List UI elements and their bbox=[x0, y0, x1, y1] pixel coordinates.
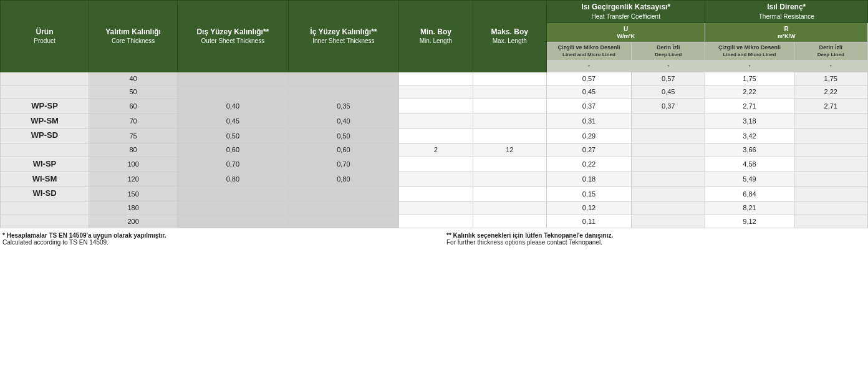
thickness-cell: 120 bbox=[89, 172, 178, 186]
max-length-cell bbox=[473, 157, 546, 172]
u-lined-header: Çizgili ve Mikro Desenli Lined and Micro… bbox=[546, 42, 631, 61]
u-deep-cell bbox=[632, 215, 705, 228]
product-cell: WP-SP bbox=[1, 99, 89, 114]
heat-transfer-header: Isı Geçirgenlik Katsayısı* Heat Transfer… bbox=[546, 1, 705, 23]
r-lined-symbol: - bbox=[705, 61, 794, 72]
table-row: 800,600,602120,273,66 bbox=[1, 143, 868, 157]
u-lined-cell: 0,11 bbox=[546, 215, 631, 228]
max-length-cell bbox=[473, 186, 546, 201]
outer-sheet-cell: 0,45 bbox=[178, 114, 289, 128]
u-deep-cell bbox=[632, 172, 705, 186]
thickness-cell: 70 bbox=[89, 114, 178, 128]
min-length-cell bbox=[399, 215, 473, 228]
product-cell bbox=[1, 143, 89, 157]
u-deep-cell: 0,45 bbox=[632, 85, 705, 99]
min-length-cell bbox=[399, 85, 473, 99]
u-lined-cell: 0,31 bbox=[546, 114, 631, 128]
u-deep-cell: 0,37 bbox=[632, 99, 705, 114]
max-length-cell bbox=[473, 201, 546, 215]
r-deep-cell bbox=[794, 157, 867, 172]
table-row: WI-SD1500,156,84 bbox=[1, 186, 868, 201]
r-lined-cell: 9,12 bbox=[705, 215, 794, 228]
r-deep-symbol: - bbox=[794, 61, 867, 72]
r-lined-cell: 5,49 bbox=[705, 172, 794, 186]
table-row: WP-SP600,400,350,370,372,712,71 bbox=[1, 99, 868, 114]
thickness-cell: 200 bbox=[89, 215, 178, 228]
r-lined-cell: 2,71 bbox=[705, 99, 794, 114]
outer-sheet-cell bbox=[178, 215, 289, 228]
max-length-cell: 12 bbox=[473, 143, 546, 157]
u-lined-cell: 0,37 bbox=[546, 99, 631, 114]
max-length-cell bbox=[473, 85, 546, 99]
max-length-cell bbox=[473, 114, 546, 128]
table-row: WI-SP1000,700,700,224,58 bbox=[1, 157, 868, 172]
u-deep-cell: 0,57 bbox=[632, 72, 705, 85]
u-lined-cell: 0,22 bbox=[546, 157, 631, 172]
table-row: 2000,119,12 bbox=[1, 215, 868, 228]
r-label: R m²K/W bbox=[705, 22, 868, 42]
thickness-cell: 60 bbox=[89, 99, 178, 114]
product-header: Ürün Product bbox=[1, 1, 89, 72]
r-lined-cell: 6,84 bbox=[705, 186, 794, 201]
table-row: WP-SM700,450,400,313,18 bbox=[1, 114, 868, 128]
r-deep-cell bbox=[794, 114, 867, 128]
table-row: 500,450,452,222,22 bbox=[1, 85, 868, 99]
inner-sheet-cell: 0,60 bbox=[288, 143, 399, 157]
u-deep-cell bbox=[632, 128, 705, 143]
thickness-cell: 180 bbox=[89, 201, 178, 215]
u-lined-cell: 0,12 bbox=[546, 201, 631, 215]
outer-sheet-cell bbox=[178, 85, 289, 99]
min-length-header: Min. Boy Min. Length bbox=[399, 1, 473, 72]
inner-sheet-cell: 0,50 bbox=[288, 128, 399, 143]
outer-sheet-cell: 0,80 bbox=[178, 172, 289, 186]
inner-header: İç Yüzey Kalınlığı** Inner Sheet Thickne… bbox=[288, 1, 399, 72]
u-deep-cell bbox=[632, 114, 705, 128]
max-length-cell bbox=[473, 172, 546, 186]
product-cell bbox=[1, 72, 89, 85]
u-label: U W/m²K bbox=[546, 22, 705, 42]
u-lined-cell: 0,27 bbox=[546, 143, 631, 157]
r-deep-cell bbox=[794, 186, 867, 201]
u-deep-cell bbox=[632, 157, 705, 172]
r-deep-header: Derin İzli Deep Lined bbox=[794, 42, 867, 61]
outer-header: Dış Yüzey Kalınlığı** Outer Sheet Thickn… bbox=[178, 1, 289, 72]
min-length-cell bbox=[399, 72, 473, 85]
table-row: 400,570,571,751,75 bbox=[1, 72, 868, 85]
r-deep-cell bbox=[794, 143, 867, 157]
inner-sheet-cell: 0,80 bbox=[288, 172, 399, 186]
main-container: Ürün Product Yalıtım Kalınlığı Core Thic… bbox=[0, 0, 868, 249]
footnotes: * Hesaplamalar TS EN 14509'a uygun olara… bbox=[0, 228, 868, 249]
max-length-cell bbox=[473, 99, 546, 114]
inner-sheet-cell bbox=[288, 85, 399, 99]
u-lined-cell: 0,15 bbox=[546, 186, 631, 201]
product-cell bbox=[1, 215, 89, 228]
r-lined-cell: 3,42 bbox=[705, 128, 794, 143]
max-length-cell bbox=[473, 72, 546, 85]
r-deep-cell: 2,22 bbox=[794, 85, 867, 99]
r-lined-cell: 1,75 bbox=[705, 72, 794, 85]
r-lined-cell: 3,66 bbox=[705, 143, 794, 157]
inner-sheet-cell bbox=[288, 215, 399, 228]
min-length-cell bbox=[399, 172, 473, 186]
thickness-cell: 40 bbox=[89, 72, 178, 85]
u-lined-cell: 0,18 bbox=[546, 172, 631, 186]
u-deep-header: Derin İzli Deep Lined bbox=[632, 42, 705, 61]
u-lined-symbol: - bbox=[546, 61, 631, 72]
inner-sheet-cell: 0,35 bbox=[288, 99, 399, 114]
thickness-cell: 150 bbox=[89, 186, 178, 201]
outer-sheet-cell bbox=[178, 72, 289, 85]
r-lined-cell: 2,22 bbox=[705, 85, 794, 99]
min-length-cell bbox=[399, 114, 473, 128]
product-cell: WP-SD bbox=[1, 128, 89, 143]
product-cell: WP-SM bbox=[1, 114, 89, 128]
outer-sheet-cell bbox=[178, 186, 289, 201]
u-lined-cell: 0,57 bbox=[546, 72, 631, 85]
inner-sheet-cell: 0,70 bbox=[288, 157, 399, 172]
core-header: Yalıtım Kalınlığı Core Thickness bbox=[89, 1, 178, 72]
outer-sheet-cell bbox=[178, 201, 289, 215]
product-cell bbox=[1, 201, 89, 215]
product-cell: WI-SD bbox=[1, 186, 89, 201]
footnote-left: * Hesaplamalar TS EN 14509'a uygun olara… bbox=[2, 232, 422, 246]
min-length-cell bbox=[399, 128, 473, 143]
table-row: WI-SM1200,800,800,185,49 bbox=[1, 172, 868, 186]
